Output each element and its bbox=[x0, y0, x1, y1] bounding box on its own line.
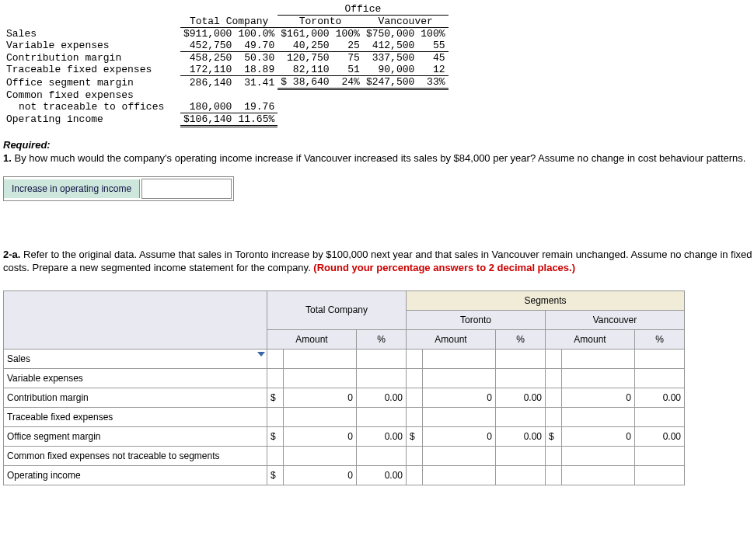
ve-tc-pct[interactable] bbox=[360, 371, 406, 385]
office-header: Office bbox=[344, 3, 381, 15]
sub-amount-3: Amount bbox=[546, 329, 635, 349]
given-segment-table: Office Total Company Toronto Vancouver S… bbox=[3, 3, 754, 127]
sub-pct-3: % bbox=[635, 329, 685, 349]
col-vancouver: Vancouver bbox=[379, 16, 433, 27]
row-osm: Office segment margin 286,14031.41 $ 38,… bbox=[3, 76, 449, 89]
sub-amount-1: Amount bbox=[267, 329, 357, 349]
col-toronto: Toronto bbox=[299, 16, 342, 27]
cfe-tc-pct[interactable] bbox=[360, 449, 406, 463]
q2-red: (Round your percentage answers to 2 deci… bbox=[311, 262, 575, 273]
row-sales: Sales $911,000100.0% $161,000100% $750,0… bbox=[3, 28, 449, 40]
segmented-income-table: Total Company Segments Toronto Vancouver… bbox=[3, 290, 754, 485]
ve-tor-input[interactable] bbox=[426, 371, 495, 385]
row2-tfe: Traceable fixed expenses bbox=[4, 407, 685, 426]
tfe-tc-pct[interactable] bbox=[360, 410, 406, 424]
q1-num: 1. bbox=[3, 152, 12, 164]
tfe-tor-pct[interactable] bbox=[499, 410, 545, 424]
col-total: Total Company bbox=[190, 16, 268, 27]
answer-box-q1: Increase in operating income bbox=[3, 176, 234, 201]
question-2a: 2-a. Refer to the original data. Assume … bbox=[3, 248, 754, 275]
row-oi: Operating income $106,14011.65% bbox=[3, 113, 449, 126]
hdr-vancouver: Vancouver bbox=[546, 310, 685, 329]
tfe-van-pct[interactable] bbox=[638, 410, 684, 424]
ve-van-pct[interactable] bbox=[638, 371, 684, 385]
sub-pct-1: % bbox=[357, 329, 407, 349]
row-cfe-1: Common fixed expenses bbox=[3, 89, 449, 101]
sales-tc-input[interactable] bbox=[287, 352, 356, 366]
q2-num: 2-a. bbox=[3, 249, 20, 260]
row2-cfe: Common fixed expenses not traceable to s… bbox=[4, 446, 685, 465]
cfe-tc-input[interactable] bbox=[287, 449, 356, 463]
tfe-tc-input[interactable] bbox=[287, 410, 356, 424]
hdr-total-company: Total Company bbox=[267, 290, 407, 329]
hdr-segments: Segments bbox=[407, 290, 685, 310]
tfe-van-input[interactable] bbox=[565, 410, 634, 424]
row-cfe-2: not traceable to offices 180,00019.76 bbox=[3, 101, 449, 113]
row2-osm: Office segment margin $00.00 $00.00 $00.… bbox=[4, 426, 685, 446]
row2-sales: Sales bbox=[4, 349, 685, 368]
row2-varexp: Variable expenses bbox=[4, 368, 685, 388]
increase-operating-income-input[interactable] bbox=[141, 179, 232, 199]
sales-tor-pct[interactable] bbox=[499, 352, 545, 366]
row-varexp: Variable expenses 452,75049.70 40,25025 … bbox=[3, 40, 449, 52]
required-label: Required: bbox=[3, 139, 51, 151]
row-tfe: Traceable fixed expenses 172,11018.89 82… bbox=[3, 64, 449, 76]
ve-tor-pct[interactable] bbox=[499, 371, 545, 385]
ve-tc-input[interactable] bbox=[287, 371, 356, 385]
ve-van-input[interactable] bbox=[565, 371, 634, 385]
sales-tc-pct[interactable] bbox=[360, 352, 406, 366]
q1-text: By how much would the company's operatin… bbox=[12, 152, 746, 164]
dropdown-icon[interactable] bbox=[257, 352, 265, 357]
sales-van-input[interactable] bbox=[565, 352, 634, 366]
sales-tor-input[interactable] bbox=[426, 352, 495, 366]
answer-label: Increase in operating income bbox=[4, 179, 140, 198]
sub-amount-2: Amount bbox=[407, 329, 496, 349]
row2-cm: Contribution margin $00.00 00.00 00.00 bbox=[4, 388, 685, 407]
row2-oi: Operating income $00.00 bbox=[4, 465, 685, 485]
row-cm: Contribution margin 458,25050.30 120,750… bbox=[3, 52, 449, 64]
sub-pct-2: % bbox=[496, 329, 546, 349]
sales-van-pct[interactable] bbox=[638, 352, 684, 366]
tfe-tor-input[interactable] bbox=[426, 410, 495, 424]
hdr-toronto: Toronto bbox=[407, 310, 546, 329]
question-1: Required: 1. By how much would the compa… bbox=[3, 138, 754, 201]
